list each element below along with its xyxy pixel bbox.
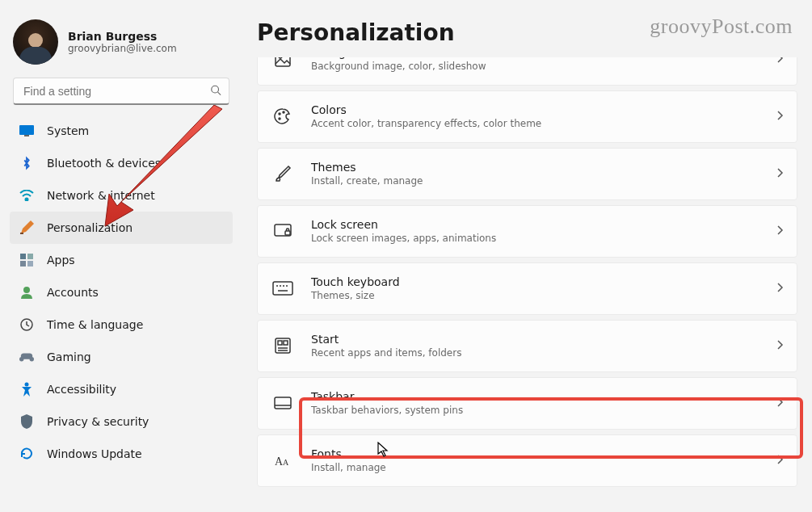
svg-rect-34 <box>275 397 291 409</box>
sidebar-item-label: Time & language <box>47 318 143 331</box>
svg-point-14 <box>30 357 34 361</box>
main: Personalization BackgroundBackground ima… <box>242 0 812 512</box>
wifi-icon <box>19 188 34 203</box>
gaming-icon <box>19 350 34 364</box>
search-input[interactable] <box>13 78 229 105</box>
card-desc: Install, create, manage <box>311 174 776 188</box>
sidebar-item-label: Gaming <box>47 350 91 363</box>
svg-line-1 <box>218 92 221 95</box>
system-icon <box>19 124 34 138</box>
card-start[interactable]: StartRecent apps and items, folders <box>257 320 797 372</box>
sidebar-item-label: Windows Update <box>47 447 142 460</box>
user-email: groovybrian@live.com <box>68 43 177 54</box>
card-background[interactable]: BackgroundBackground image, color, slide… <box>257 57 797 86</box>
search-wrap <box>13 78 229 105</box>
svg-text:A: A <box>283 458 289 467</box>
card-title: Start <box>311 332 776 346</box>
card-touchkb[interactable]: Touch keyboardThemes, size <box>257 262 797 315</box>
brush-icon <box>271 162 295 186</box>
palette-icon <box>271 104 295 128</box>
svg-rect-7 <box>27 254 33 259</box>
clock-icon <box>19 317 34 332</box>
chevron-right-icon <box>776 109 784 124</box>
taskbar-icon <box>271 391 295 415</box>
svg-rect-31 <box>284 341 288 345</box>
chevron-right-icon <box>776 338 784 354</box>
card-taskbar[interactable]: TaskbarTaskbar behaviors, system pins <box>257 377 797 430</box>
svg-point-18 <box>279 113 280 115</box>
svg-rect-6 <box>20 254 26 259</box>
update-icon <box>19 447 34 461</box>
sidebar-item-update[interactable]: Windows Update <box>10 438 233 470</box>
user-name: Brian Burgess <box>68 30 177 43</box>
card-desc: Recent apps and items, folders <box>311 346 776 360</box>
sidebar: Brian Burgess groovybrian@live.com Syste… <box>0 0 242 512</box>
card-list: BackgroundBackground image, color, slide… <box>242 57 797 502</box>
card-title: Fonts <box>311 447 776 461</box>
card-desc: Accent color, transparency effects, colo… <box>311 117 776 131</box>
sidebar-item-time[interactable]: Time & language <box>10 308 233 341</box>
svg-point-15 <box>25 383 29 387</box>
chevron-right-icon <box>776 453 784 468</box>
card-fonts[interactable]: AAFontsInstall, manage <box>257 434 797 487</box>
svg-rect-22 <box>285 231 290 235</box>
chevron-right-icon <box>776 224 784 239</box>
card-colors[interactable]: ColorsAccent color, transparency effects… <box>257 90 797 143</box>
svg-rect-8 <box>20 261 26 266</box>
card-title: Colors <box>311 103 776 117</box>
svg-point-4 <box>26 199 28 201</box>
sidebar-item-system[interactable]: System <box>10 115 233 147</box>
sidebar-item-label: Accessibility <box>47 383 116 396</box>
image-icon <box>271 57 295 71</box>
sidebar-item-label: Apps <box>47 254 75 266</box>
sidebar-item-accessibility[interactable]: Accessibility <box>10 373 233 405</box>
search-icon <box>210 84 221 99</box>
svg-point-20 <box>283 111 284 113</box>
sidebar-item-gaming[interactable]: Gaming <box>10 341 233 373</box>
sidebar-item-privacy[interactable]: Privacy & security <box>10 405 233 438</box>
sidebar-item-apps[interactable]: Apps <box>10 244 233 276</box>
card-desc: Taskbar behaviors, system pins <box>311 404 776 418</box>
card-desc: Background image, color, slideshow <box>311 60 776 73</box>
svg-rect-3 <box>24 135 29 136</box>
sidebar-item-label: System <box>47 124 89 137</box>
user-profile[interactable]: Brian Burgess groovybrian@live.com <box>10 13 233 78</box>
card-desc: Install, manage <box>311 461 776 475</box>
card-title: Lock screen <box>311 217 776 232</box>
sidebar-item-label: Accounts <box>47 286 99 299</box>
svg-point-0 <box>212 86 219 93</box>
keyboard-icon <box>271 276 295 300</box>
svg-point-10 <box>23 287 30 293</box>
svg-point-19 <box>279 118 280 120</box>
watermark: groovyPost.com <box>650 15 793 39</box>
card-themes[interactable]: ThemesInstall, create, manage <box>257 148 797 200</box>
sidebar-item-accounts[interactable]: Accounts <box>10 276 233 308</box>
sidebar-item-bluetooth[interactable]: Bluetooth & devices <box>10 147 233 179</box>
sidebar-item-personalization[interactable]: Personalization <box>10 212 233 244</box>
svg-rect-23 <box>273 282 292 295</box>
bluetooth-icon <box>19 156 34 170</box>
paint-icon <box>19 220 34 235</box>
sidebar-item-label: Network & internet <box>47 189 155 202</box>
shield-icon <box>19 414 34 429</box>
nav: SystemBluetooth & devicesNetwork & inter… <box>10 115 233 470</box>
sidebar-item-label: Personalization <box>47 221 133 234</box>
chevron-right-icon <box>776 166 784 182</box>
person-icon <box>19 285 34 300</box>
card-title: Touch keyboard <box>311 275 776 289</box>
sidebar-item-network[interactable]: Network & internet <box>10 179 233 212</box>
apps-icon <box>19 253 34 267</box>
lock-screen-icon <box>271 219 295 243</box>
card-title: Themes <box>311 160 776 174</box>
card-lockscreen[interactable]: Lock screenLock screen images, apps, ani… <box>257 205 797 258</box>
card-desc: Lock screen images, apps, animations <box>311 232 776 246</box>
svg-rect-2 <box>19 125 34 135</box>
svg-rect-30 <box>278 341 282 345</box>
chevron-right-icon <box>776 57 784 67</box>
card-desc: Themes, size <box>311 289 776 303</box>
sidebar-item-label: Privacy & security <box>47 415 149 428</box>
chevron-right-icon <box>776 396 784 411</box>
svg-rect-9 <box>27 261 33 266</box>
fonts-icon: AA <box>271 448 295 472</box>
sidebar-item-label: Bluetooth & devices <box>47 157 161 170</box>
